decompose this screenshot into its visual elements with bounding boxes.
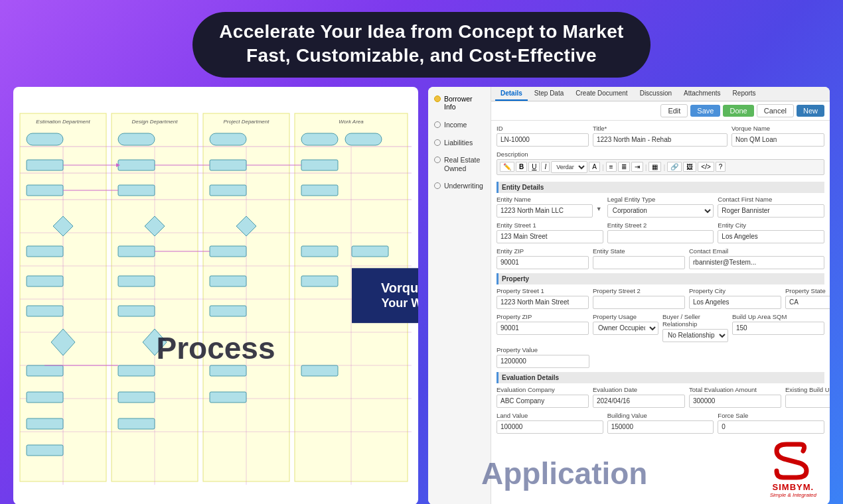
sidebar-item-real-estate[interactable]: Real Estate Owned bbox=[432, 153, 487, 175]
rte-separator2: | bbox=[645, 163, 647, 171]
svg-text:Estimation Department: Estimation Department bbox=[36, 119, 90, 125]
buildup-sqm-input[interactable] bbox=[732, 322, 824, 335]
force-sale-input[interactable] bbox=[718, 420, 824, 434]
sidebar-item-income[interactable]: Income bbox=[432, 118, 487, 132]
svg-rect-33 bbox=[118, 185, 155, 196]
legal-entity-type-select[interactable]: Corporation bbox=[607, 204, 714, 218]
form-group-prop-street1: Property Street 1 bbox=[497, 287, 589, 309]
form-group-legal-entity-type: Legal Entity Type Corporation bbox=[607, 196, 714, 218]
sidebar-item-liabilities[interactable]: Liabilities bbox=[432, 136, 487, 150]
rte-edit-btn[interactable]: ✏️ bbox=[500, 162, 514, 172]
tab-discussion[interactable]: Discussion bbox=[635, 87, 677, 101]
existing-buildup-input[interactable] bbox=[785, 395, 830, 408]
form-row-prop-value: Property Value bbox=[497, 346, 824, 368]
rte-font-color-btn[interactable]: A bbox=[589, 162, 600, 172]
entity-name-dropdown[interactable]: ▼ bbox=[596, 206, 602, 212]
rte-align-btn[interactable]: ≣ bbox=[618, 162, 630, 172]
prop-value-input[interactable] bbox=[497, 355, 589, 368]
svg-text:Project Department: Project Department bbox=[224, 119, 270, 125]
save-button[interactable]: Save bbox=[690, 105, 720, 117]
prop-value-label: Property Value bbox=[497, 346, 589, 353]
form-row-basic: ID Title* Vorque Name bbox=[497, 125, 824, 147]
prop-city-input[interactable] bbox=[689, 296, 781, 309]
entity-zip-input[interactable] bbox=[497, 256, 589, 269]
prop-street1-input[interactable] bbox=[497, 296, 589, 309]
svg-text:Process: Process bbox=[156, 331, 275, 365]
rte-link-btn[interactable]: 🔗 bbox=[667, 162, 682, 172]
svg-rect-54 bbox=[118, 365, 155, 376]
rte-table-btn[interactable]: ▦ bbox=[649, 162, 661, 172]
prop-street2-input[interactable] bbox=[593, 296, 685, 309]
tab-step-data[interactable]: Step Data bbox=[529, 87, 569, 101]
tab-details[interactable]: Details bbox=[495, 87, 528, 101]
rte-symbol-btn[interactable]: </> bbox=[698, 162, 714, 172]
simbym-s-icon bbox=[773, 441, 813, 481]
entity-street1-label: Entity Street 1 bbox=[497, 221, 603, 229]
svg-rect-58 bbox=[118, 392, 155, 403]
rte-image-btn[interactable]: 🖼 bbox=[683, 162, 696, 172]
property-section-header: Property bbox=[497, 273, 824, 284]
rte-underline-btn[interactable]: U bbox=[528, 162, 540, 172]
buyer-seller-select[interactable]: No Relationship bbox=[662, 329, 728, 342]
done-button[interactable]: Done bbox=[723, 105, 753, 117]
svg-rect-47 bbox=[301, 276, 338, 286]
svg-rect-62 bbox=[27, 445, 63, 456]
legal-entity-type-label: Legal Entity Type bbox=[607, 196, 714, 203]
tab-create-document[interactable]: Create Document bbox=[570, 87, 633, 101]
rte-help-btn[interactable]: ? bbox=[716, 162, 726, 172]
rte-list-btn[interactable]: ≡ bbox=[606, 162, 617, 172]
vorque-name-label: Vorque Name bbox=[731, 125, 824, 132]
prop-zip-input[interactable] bbox=[497, 322, 589, 335]
sidebar-dot-income bbox=[434, 121, 441, 128]
svg-rect-43 bbox=[352, 246, 388, 257]
sidebar-label-liabilities: Liabilities bbox=[444, 139, 473, 147]
prop-usage-select[interactable]: Owner Occupied bbox=[593, 322, 658, 335]
new-button[interactable]: New bbox=[797, 105, 824, 117]
entity-email-input[interactable] bbox=[689, 256, 824, 269]
sidebar-label-borrower: Borrower Info bbox=[444, 95, 485, 111]
entity-street1-input[interactable] bbox=[497, 230, 603, 243]
eval-company-input[interactable] bbox=[497, 395, 589, 408]
svg-rect-23 bbox=[27, 133, 63, 145]
svg-rect-41 bbox=[210, 246, 246, 257]
app-sidebar: Borrower Info Income Liabilities Real Es… bbox=[428, 87, 491, 504]
eval-date-input[interactable] bbox=[593, 395, 685, 408]
prop-zip-label: Property ZIP bbox=[497, 313, 589, 320]
svg-rect-26 bbox=[301, 133, 338, 145]
total-eval-input[interactable] bbox=[689, 395, 781, 408]
header-title: Accelerate Your Idea from Concept to Mar… bbox=[219, 20, 623, 68]
header-line2: Fast, Customizable, and Cost-Effective bbox=[246, 45, 597, 66]
svg-rect-55 bbox=[210, 365, 246, 376]
buildup-sqm-label: Build Up Area SQM bbox=[732, 313, 824, 320]
id-input[interactable] bbox=[497, 133, 589, 147]
rte-indent-btn[interactable]: ⇥ bbox=[631, 162, 643, 172]
building-value-input[interactable] bbox=[607, 420, 714, 434]
arrow-line2: Your Way bbox=[365, 296, 418, 311]
rte-font-select[interactable]: Verdana bbox=[551, 161, 587, 173]
entity-street2-input[interactable] bbox=[607, 230, 714, 243]
sidebar-dot-borrower bbox=[434, 95, 441, 102]
title-input[interactable] bbox=[593, 133, 728, 147]
rte-bold-btn[interactable]: B bbox=[516, 162, 527, 172]
contact-first-name-input[interactable] bbox=[718, 204, 824, 218]
rte-italic-btn[interactable]: I bbox=[541, 162, 550, 172]
vorque-arrow: Vorque® Your Way bbox=[352, 268, 418, 323]
sidebar-label-underwriting: Underwriting bbox=[444, 182, 483, 190]
entity-state-input[interactable] bbox=[593, 256, 685, 269]
sidebar-item-borrower-info[interactable]: Borrower Info bbox=[432, 92, 487, 114]
entity-name-input[interactable] bbox=[497, 204, 593, 218]
land-value-input[interactable] bbox=[497, 420, 603, 434]
svg-text:Design Department: Design Department bbox=[132, 119, 179, 125]
svg-rect-27 bbox=[345, 133, 382, 145]
cancel-button[interactable]: Cancel bbox=[757, 104, 794, 117]
tab-reports[interactable]: Reports bbox=[728, 87, 761, 101]
edit-button[interactable]: Edit bbox=[660, 104, 688, 117]
tab-attachments[interactable]: Attachments bbox=[678, 87, 726, 101]
vorque-name-input[interactable] bbox=[731, 133, 824, 147]
form-group-contact-first-name: Contact First Name bbox=[718, 196, 824, 218]
prop-street2-label: Property Street 2 bbox=[593, 287, 685, 294]
sidebar-item-underwriting[interactable]: Underwriting bbox=[432, 179, 487, 193]
entity-city-input[interactable] bbox=[718, 230, 824, 243]
prop-state-input[interactable] bbox=[785, 296, 830, 309]
prop-street1-label: Property Street 1 bbox=[497, 287, 589, 294]
